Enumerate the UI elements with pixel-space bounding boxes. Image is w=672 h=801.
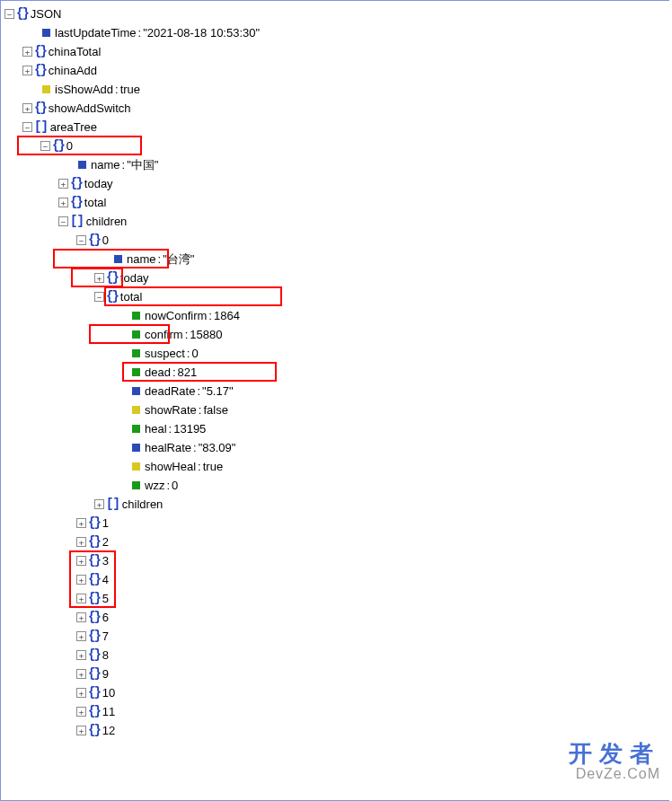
node-index-6[interactable]: +{}6 — [4, 608, 669, 627]
expand-icon[interactable]: + — [76, 537, 86, 547]
node-index-10[interactable]: +{}10 — [4, 683, 669, 702]
object-icon: {} — [52, 136, 64, 155]
node-label: JSON — [31, 4, 62, 23]
node-index-5[interactable]: +{}5 — [4, 589, 669, 608]
bool-icon — [132, 462, 140, 471]
node-today[interactable]: + {} today — [4, 174, 669, 193]
expand-icon[interactable]: + — [76, 612, 86, 622]
node-wzz[interactable]: wzz: 0 — [4, 476, 669, 495]
expand-icon[interactable]: + — [58, 179, 68, 189]
array-icon: [] — [106, 495, 119, 514]
expand-icon[interactable]: + — [94, 273, 104, 283]
node-label: children — [86, 212, 128, 231]
node-lastUpdateTime[interactable]: lastUpdateTime : "2021-08-18 10:53:30" — [4, 23, 669, 42]
expand-icon[interactable]: + — [76, 631, 86, 641]
node-key: isShowAdd — [55, 80, 113, 99]
collapse-icon[interactable]: − — [4, 9, 14, 19]
watermark: 开发者 DevZe.CoM — [569, 738, 660, 782]
node-index-2[interactable]: +{}2 — [4, 533, 669, 551]
node-total[interactable]: + {} total — [4, 193, 669, 212]
node-suspect[interactable]: suspect: 0 — [4, 344, 669, 363]
collapse-icon[interactable]: − — [94, 292, 104, 302]
node-showHeal[interactable]: showHeal: true — [4, 457, 669, 476]
json-tree-viewer: − {} JSON lastUpdateTime : "2021-08-18 1… — [0, 0, 669, 801]
expand-icon[interactable]: + — [22, 103, 32, 113]
node-children-inner[interactable]: + [] children — [4, 495, 669, 514]
node-nowConfirm[interactable]: nowConfirm: 1864 — [4, 306, 669, 325]
node-index-7[interactable]: +{}7 — [4, 627, 669, 646]
object-icon: {} — [34, 61, 46, 80]
node-index-9[interactable]: +{}9 — [4, 665, 669, 683]
node-label: chinaTotal — [49, 42, 102, 61]
node-label: today — [84, 174, 113, 193]
node-dead[interactable]: dead: 821 — [4, 363, 669, 382]
node-label: areaTree — [50, 118, 97, 136]
node-index-1[interactable]: +{}1 — [4, 514, 669, 533]
node-deadRate[interactable]: deadRate: "5.17" — [4, 382, 669, 400]
node-showRate[interactable]: showRate: false — [4, 400, 669, 419]
node-confirm[interactable]: confirm: 15880 — [4, 325, 669, 344]
expand-icon[interactable]: + — [22, 47, 32, 57]
expand-icon[interactable]: + — [94, 499, 104, 509]
node-index-4[interactable]: +{}4 — [4, 570, 669, 589]
node-name-china[interactable]: name : "中国" — [4, 155, 669, 174]
expand-icon[interactable]: + — [58, 198, 68, 207]
node-index-11[interactable]: +{}11 — [4, 702, 669, 721]
node-chinaAdd[interactable]: + {} chinaAdd — [4, 61, 669, 80]
node-name-taiwan[interactable]: name : "台湾" — [4, 250, 669, 268]
number-icon — [132, 312, 140, 320]
node-index-12[interactable]: +{}12 — [4, 721, 669, 740]
expand-icon[interactable]: + — [76, 688, 86, 698]
node-label: children — [122, 495, 164, 514]
string-icon — [42, 29, 50, 37]
expand-icon[interactable]: + — [76, 726, 86, 735]
array-icon: [] — [34, 118, 48, 136]
node-healRate[interactable]: healRate: "83.09" — [4, 438, 669, 457]
expand-icon[interactable]: + — [76, 594, 86, 603]
node-root[interactable]: − {} JSON — [4, 4, 669, 23]
object-icon: {} — [70, 193, 82, 212]
string-icon — [78, 161, 86, 169]
expand-icon[interactable]: + — [76, 707, 86, 717]
node-label: total — [84, 193, 107, 212]
array-icon: [] — [70, 212, 84, 231]
node-showAddSwitch[interactable]: + {} showAddSwitch — [4, 99, 669, 118]
expand-icon[interactable]: + — [76, 650, 86, 660]
collapse-icon[interactable]: − — [76, 235, 86, 245]
node-label: chinaAdd — [49, 61, 97, 80]
collapse-icon[interactable]: − — [40, 141, 50, 151]
bool-icon — [132, 406, 140, 414]
string-icon — [114, 255, 122, 263]
node-children-0[interactable]: − {} 0 — [4, 231, 669, 250]
object-icon: {} — [88, 683, 100, 702]
node-key: name — [127, 250, 156, 268]
object-icon: {} — [88, 231, 100, 250]
expand-icon[interactable]: + — [22, 66, 32, 75]
object-icon: {} — [88, 533, 100, 551]
collapse-icon[interactable]: − — [58, 216, 68, 226]
bool-icon — [42, 85, 50, 93]
node-index-8[interactable]: +{}8 — [4, 646, 669, 665]
node-chinaTotal[interactable]: + {} chinaTotal — [4, 42, 669, 61]
node-value: "台湾" — [163, 250, 194, 268]
number-icon — [132, 349, 140, 357]
node-key: lastUpdateTime — [55, 23, 137, 42]
number-icon — [132, 425, 140, 433]
expand-icon[interactable]: + — [76, 669, 86, 679]
object-icon: {} — [88, 514, 100, 533]
node-areaTree-0[interactable]: − {} 0 — [4, 136, 669, 155]
string-icon — [132, 387, 140, 395]
expand-icon[interactable]: + — [76, 518, 86, 528]
node-index-3[interactable]: +{}3 — [4, 551, 669, 570]
object-icon: {} — [88, 551, 100, 570]
node-heal[interactable]: heal: 13195 — [4, 419, 669, 438]
collapse-icon[interactable]: − — [22, 122, 32, 132]
node-total-tw[interactable]: − {} total — [4, 287, 669, 306]
expand-icon[interactable]: + — [76, 556, 86, 566]
node-isShowAdd[interactable]: isShowAdd : true — [4, 80, 669, 99]
node-today-tw[interactable]: + {} today — [4, 268, 669, 287]
node-label: 0 — [102, 231, 109, 250]
node-areaTree[interactable]: − [] areaTree — [4, 118, 669, 136]
expand-icon[interactable]: + — [76, 575, 86, 585]
node-children[interactable]: − [] children — [4, 212, 669, 231]
